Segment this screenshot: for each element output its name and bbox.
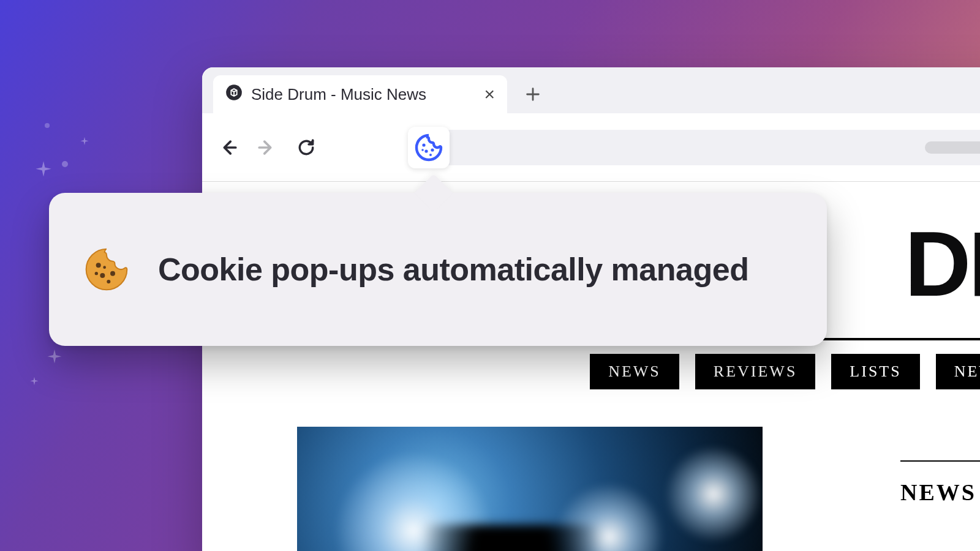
sparkle-dot-icon <box>61 160 69 168</box>
svg-point-12 <box>95 272 98 275</box>
svg-point-1 <box>45 123 50 128</box>
svg-point-7 <box>421 149 424 151</box>
background-gradient: Side Drum - Music News × <box>0 0 980 551</box>
svg-point-8 <box>96 263 101 268</box>
browser-toolbar <box>202 113 980 182</box>
callout-message: Cookie pop-ups automatically managed <box>158 251 748 288</box>
sparkle-icon <box>32 159 55 182</box>
cookie-callout: Cookie pop-ups automatically managed <box>49 193 827 346</box>
svg-point-11 <box>107 280 110 283</box>
nav-item-newsletter[interactable]: NEWSLET <box>936 354 980 389</box>
nav-item-lists[interactable]: LISTS <box>831 354 919 389</box>
svg-point-13 <box>103 266 106 269</box>
new-tab-button[interactable] <box>514 75 551 113</box>
sparkle-icon <box>78 136 91 148</box>
tab-title: Side Drum - Music News <box>251 85 426 104</box>
svg-point-5 <box>431 148 434 151</box>
svg-point-4 <box>424 149 428 152</box>
tab-close-icon[interactable]: × <box>484 85 495 103</box>
sparkle-icon <box>28 376 40 388</box>
sidebar-heading: NEWS <box>900 460 980 506</box>
sparkle-dot-icon <box>44 122 50 129</box>
browser-tab[interactable]: Side Drum - Music News × <box>213 75 507 113</box>
site-brand: DRU <box>905 211 980 317</box>
tab-strip: Side Drum - Music News × <box>202 67 980 113</box>
svg-point-10 <box>110 271 115 276</box>
cookie-protection-badge[interactable] <box>408 127 450 168</box>
sparkle-icon <box>44 348 65 369</box>
nav-item-reviews[interactable]: REVIEWS <box>695 354 816 389</box>
svg-point-9 <box>100 273 105 278</box>
url-bar[interactable] <box>413 130 980 165</box>
back-button[interactable] <box>216 135 240 160</box>
svg-point-6 <box>429 154 432 156</box>
reload-button[interactable] <box>294 135 318 160</box>
url-placeholder <box>925 141 980 154</box>
article-hero-image <box>297 427 763 551</box>
tab-favicon-icon <box>225 84 243 105</box>
cookie-icon <box>82 245 131 294</box>
nav-item-news[interactable]: NEWS <box>590 354 679 389</box>
forward-button[interactable] <box>255 135 279 160</box>
svg-point-0 <box>62 161 68 167</box>
svg-point-3 <box>422 143 425 146</box>
